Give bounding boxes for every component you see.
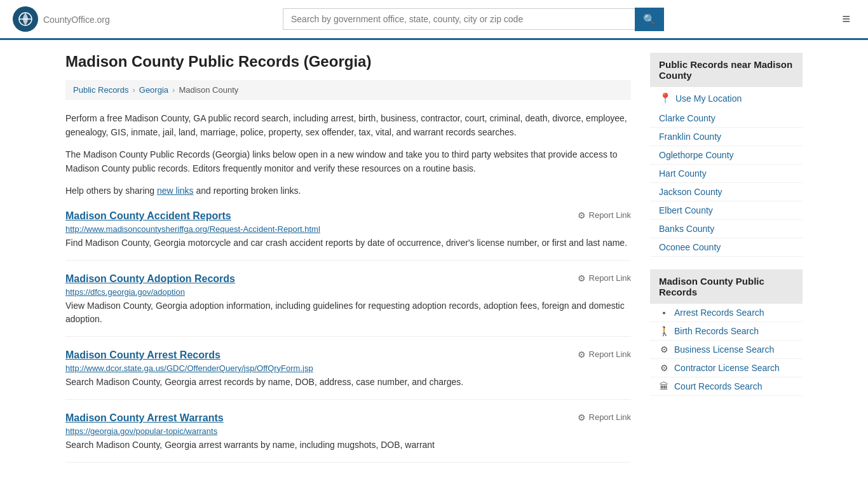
description-1: Perform a free Madison County, GA public… — [65, 111, 631, 140]
record-desc-2: Search Madison County, Georgia arrest re… — [65, 376, 631, 389]
use-location-area: 📍 Use My Location — [650, 87, 803, 109]
breadcrumb-link-public-records[interactable]: Public Records — [73, 85, 128, 95]
nearby-section-title: Public Records near Madison County — [650, 53, 803, 87]
report-icon-2: ⚙ — [578, 349, 586, 360]
record-item: Madison County Adoption Records ⚙ Report… — [65, 273, 631, 337]
main-container: Madison County Public Records (Georgia) … — [53, 40, 815, 475]
record-item: Madison County Accident Reports ⚙ Report… — [65, 210, 631, 261]
nearby-county-item: Hart County — [650, 165, 803, 183]
use-location-link[interactable]: Use My Location — [675, 93, 742, 104]
nearby-county-link-3[interactable]: Hart County — [659, 168, 707, 179]
record-type-icon-1: 🚶 — [659, 326, 669, 336]
public-record-item: 🚶 Birth Records Search — [650, 322, 803, 341]
public-record-link-1[interactable]: Birth Records Search — [674, 326, 759, 336]
public-record-item: ⚙ Business License Search — [650, 341, 803, 359]
nearby-county-link-6[interactable]: Banks County — [659, 224, 714, 234]
description-3: Help others by sharing new links and rep… — [65, 184, 631, 198]
nearby-county-link-4[interactable]: Jackson County — [659, 187, 722, 197]
record-type-icon-3: ⚙ — [659, 363, 669, 373]
public-record-item: ▪ Arrest Records Search — [650, 304, 803, 322]
logo-icon — [13, 6, 38, 32]
nearby-county-link-5[interactable]: Elbert County — [659, 205, 713, 215]
report-link-2[interactable]: ⚙ Report Link — [578, 349, 631, 360]
record-desc-0: Find Madison County, Georgia motorcycle … — [65, 236, 631, 250]
public-record-item: ⚙ Contractor License Search — [650, 359, 803, 377]
menu-button[interactable]: ≡ — [837, 8, 855, 30]
record-url-2[interactable]: http://www.dcor.state.ga.us/GDC/Offender… — [65, 363, 631, 373]
public-record-link-4[interactable]: Court Records Search — [674, 381, 763, 391]
breadcrumb-sep-1: › — [132, 85, 135, 95]
record-desc-3: Search Madison County, Georgia arrest wa… — [65, 438, 631, 452]
record-url-3[interactable]: https://georgia.gov/popular-topic/warran… — [65, 426, 631, 436]
breadcrumb: Public Records › Georgia › Madison Count… — [65, 80, 631, 100]
report-icon-1: ⚙ — [578, 273, 586, 283]
record-desc-1: View Madison County, Georgia adoption in… — [65, 299, 631, 326]
nearby-counties-list: Clarke CountyFranklin CountyOglethorpe C… — [650, 109, 803, 257]
new-links-link[interactable]: new links — [157, 186, 194, 196]
report-icon-3: ⚙ — [578, 412, 586, 423]
nearby-county-item: Banks County — [650, 220, 803, 238]
record-title-1[interactable]: Madison County Adoption Records — [65, 273, 235, 285]
search-input[interactable] — [283, 8, 635, 30]
nearby-county-item: Elbert County — [650, 201, 803, 220]
breadcrumb-link-georgia[interactable]: Georgia — [139, 85, 168, 95]
hamburger-icon: ≡ — [842, 11, 850, 27]
nearby-county-item: Franklin County — [650, 128, 803, 146]
nearby-county-item: Jackson County — [650, 183, 803, 201]
nearby-county-item: Oconee County — [650, 238, 803, 257]
record-url-1[interactable]: https://dfcs.georgia.gov/adoption — [65, 287, 631, 297]
report-link-0[interactable]: ⚙ Report Link — [578, 210, 631, 220]
record-title-0[interactable]: Madison County Accident Reports — [65, 210, 231, 222]
description-2: The Madison County Public Records (Georg… — [65, 147, 631, 176]
breadcrumb-sep-2: › — [172, 85, 175, 95]
record-title-2[interactable]: Madison County Arrest Records — [65, 349, 220, 361]
nearby-county-link-7[interactable]: Oconee County — [659, 242, 721, 252]
pin-icon: 📍 — [659, 92, 672, 104]
public-record-link-0[interactable]: Arrest Records Search — [674, 308, 764, 318]
record-url-0[interactable]: http://www.madisoncountysheriffga.org/Re… — [65, 224, 631, 234]
page-title: Madison County Public Records (Georgia) — [65, 53, 631, 71]
report-icon-0: ⚙ — [578, 210, 586, 220]
nearby-section: Public Records near Madison County 📍 Use… — [650, 53, 803, 257]
public-records-section-title: Madison County Public Records — [650, 269, 803, 304]
search-icon: 🔍 — [643, 14, 656, 25]
content-area: Madison County Public Records (Georgia) … — [65, 53, 631, 463]
nearby-county-item: Clarke County — [650, 109, 803, 128]
report-link-3[interactable]: ⚙ Report Link — [578, 412, 631, 423]
nearby-county-item: Oglethorpe County — [650, 146, 803, 165]
public-record-link-2[interactable]: Business License Search — [674, 344, 774, 355]
logo-text: CountyOffice.org — [43, 13, 110, 26]
report-link-1[interactable]: ⚙ Report Link — [578, 273, 631, 283]
search-area: 🔍 — [283, 8, 664, 31]
records-container: Madison County Accident Reports ⚙ Report… — [65, 210, 631, 463]
sidebar: Public Records near Madison County 📍 Use… — [650, 53, 803, 463]
record-title-3[interactable]: Madison County Arrest Warrants — [65, 412, 224, 424]
nearby-county-link-2[interactable]: Oglethorpe County — [659, 150, 734, 160]
public-record-item: 🏛 Court Records Search — [650, 377, 803, 396]
record-item: Madison County Arrest Records ⚙ Report L… — [65, 349, 631, 400]
record-type-icon-4: 🏛 — [659, 381, 669, 391]
record-type-icon-2: ⚙ — [659, 344, 669, 355]
breadcrumb-current: Madison County — [179, 85, 238, 95]
nearby-county-link-1[interactable]: Franklin County — [659, 132, 721, 142]
record-type-icon-0: ▪ — [659, 308, 669, 318]
record-item: Madison County Arrest Warrants ⚙ Report … — [65, 412, 631, 463]
header: CountyOffice.org 🔍 ≡ — [0, 0, 868, 40]
public-records-list: ▪ Arrest Records Search 🚶 Birth Records … — [650, 304, 803, 396]
logo-area: CountyOffice.org — [13, 6, 110, 32]
public-records-section: Madison County Public Records ▪ Arrest R… — [650, 269, 803, 396]
search-button[interactable]: 🔍 — [635, 8, 664, 31]
nearby-county-link-0[interactable]: Clarke County — [659, 113, 715, 123]
public-record-link-3[interactable]: Contractor License Search — [674, 363, 780, 373]
